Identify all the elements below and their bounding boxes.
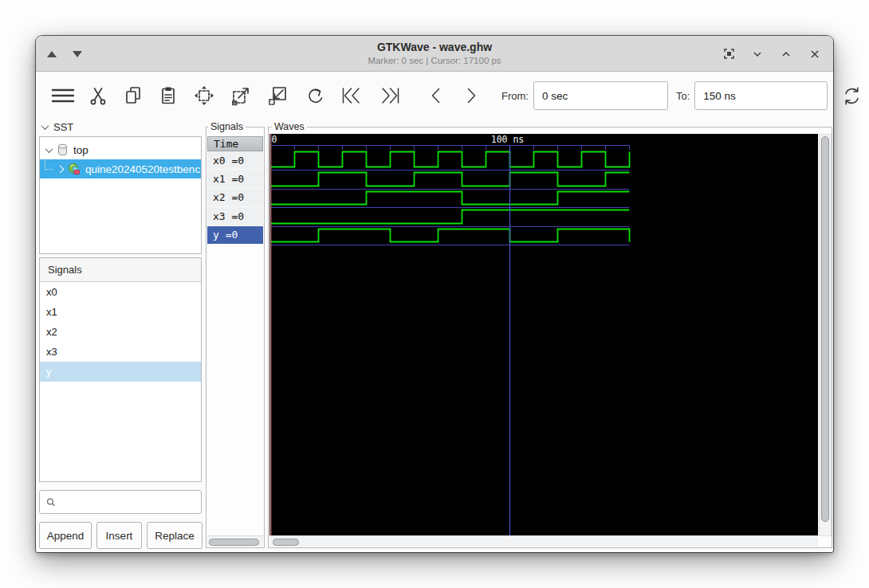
wave-name-row-0[interactable]: x0 =0: [207, 151, 263, 170]
signal-list-item-x3[interactable]: x3: [40, 342, 201, 362]
signal-search-box[interactable]: [39, 490, 202, 514]
wave-name-row-4[interactable]: y =0: [207, 226, 263, 245]
wave-name-row-2[interactable]: x2 =0: [207, 189, 263, 207]
from-input[interactable]: [533, 81, 668, 110]
svg-text:100 ns: 100 ns: [491, 134, 525, 145]
chevron-down-icon: [41, 122, 49, 130]
waves-vscrollbar-thumb[interactable]: [821, 136, 829, 522]
signal-list-item-x1[interactable]: x1: [40, 302, 201, 322]
copy-icon[interactable]: [116, 80, 151, 112]
zoom-fit-icon[interactable]: [186, 80, 222, 112]
append-button[interactable]: Append: [39, 522, 92, 549]
sst-expander[interactable]: SST: [42, 120, 73, 134]
tree-node-label: quine20240520testbench: [85, 163, 201, 175]
search-icon: [46, 496, 56, 508]
wave-names-frame-label: Signals: [208, 121, 246, 133]
zoom-in-icon[interactable]: [222, 80, 259, 112]
menu-icon[interactable]: [45, 80, 81, 112]
window-title: GTKWave - wave.ghw: [195, 40, 674, 55]
fullscreen-icon[interactable]: [720, 45, 737, 63]
undo-icon[interactable]: [296, 80, 332, 112]
module-cylinder-icon: [57, 143, 69, 156]
svg-text:0: 0: [272, 134, 277, 145]
desktop: GTKWave - wave.ghw Marker: 0 sec | Curso…: [0, 0, 869, 588]
minimize-icon[interactable]: [749, 45, 766, 63]
close-icon[interactable]: [806, 45, 824, 63]
tree-node-quine20240520testbench[interactable]: quine20240520testbench: [40, 159, 201, 178]
wave-names-frame: Signals Time x0 =0x1 =0x2 =0x3 =0y =0: [206, 127, 265, 548]
to-start-icon[interactable]: [332, 80, 371, 112]
tree-connector: [45, 160, 53, 170]
component-icon: [68, 163, 81, 175]
marker-cursor-status: Marker: 0 sec | Cursor: 17100 ps: [195, 55, 674, 67]
main-area: SST topquine20240520testbench Signals x0…: [36, 120, 833, 552]
chevron-right-icon[interactable]: [57, 165, 65, 173]
zoom-out-icon[interactable]: [259, 80, 296, 112]
paste-icon[interactable]: [151, 80, 186, 112]
waveform-canvas[interactable]: 0100 ns: [269, 134, 818, 536]
shade-up-icon[interactable]: [47, 51, 57, 57]
next-icon[interactable]: [454, 80, 489, 112]
titlebar[interactable]: GTKWave - wave.ghw Marker: 0 sec | Curso…: [36, 36, 833, 72]
cut-icon[interactable]: [81, 80, 116, 112]
insert-button[interactable]: Insert: [96, 522, 142, 549]
sst-tree[interactable]: topquine20240520testbench: [39, 136, 202, 254]
action-buttons: Append Insert Replace: [39, 522, 203, 549]
gtkwave-window: GTKWave - wave.ghw Marker: 0 sec | Curso…: [36, 36, 833, 552]
wave-name-row-3[interactable]: x3 =0: [207, 207, 263, 225]
names-hscrollbar-thumb[interactable]: [209, 539, 259, 546]
sst-label: SST: [53, 121, 73, 133]
maximize-icon[interactable]: [777, 45, 795, 63]
waves-hscrollbar[interactable]: [269, 535, 818, 547]
signal-list-item-x0[interactable]: x0: [40, 282, 201, 302]
time-header[interactable]: Time: [207, 136, 263, 151]
search-input[interactable]: [61, 492, 201, 512]
waves-vscrollbar[interactable]: [819, 134, 832, 536]
to-input[interactable]: [694, 81, 828, 110]
tree-node-label: top: [73, 144, 88, 156]
signals-list-header[interactable]: Signals: [40, 258, 201, 282]
toolbar: From: To:: [36, 72, 833, 120]
tree-node-top[interactable]: top: [40, 140, 201, 159]
reload-icon[interactable]: [836, 80, 867, 112]
shade-down-icon[interactable]: [73, 51, 82, 57]
wave-name-row-1[interactable]: x1 =0: [207, 170, 263, 188]
chevron-down-icon[interactable]: [45, 145, 53, 153]
names-hscrollbar[interactable]: [207, 535, 263, 547]
signal-list-item-x2[interactable]: x2: [40, 322, 201, 342]
waves-frame-label: Waves: [272, 121, 307, 133]
waves-frame: Waves 0100 ns: [268, 127, 832, 548]
signals-listbox[interactable]: Signals x0x1x2x3y: [39, 257, 202, 482]
to-label: To:: [676, 90, 690, 102]
waves-hscrollbar-thumb[interactable]: [273, 539, 299, 546]
prev-icon[interactable]: [419, 80, 454, 112]
from-label: From:: [501, 90, 529, 102]
to-end-icon[interactable]: [371, 80, 409, 112]
replace-button[interactable]: Replace: [147, 522, 203, 549]
signal-list-item-y[interactable]: y: [40, 362, 201, 382]
